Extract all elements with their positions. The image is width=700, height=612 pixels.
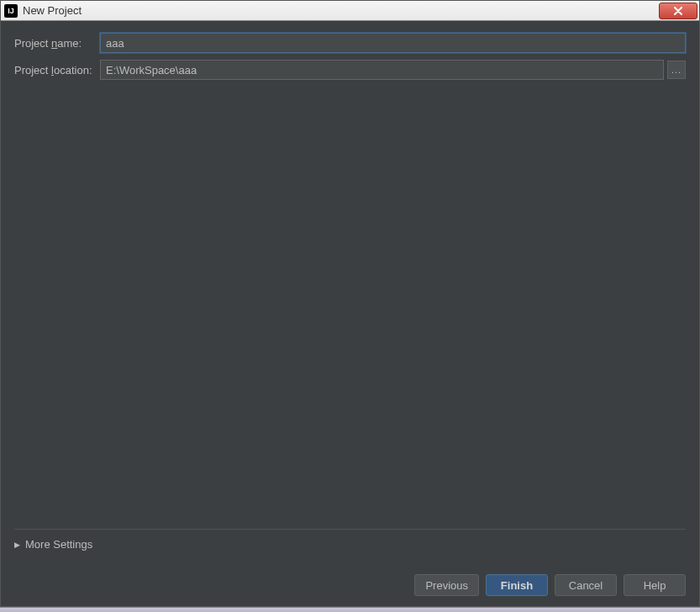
more-settings-label: More Settings bbox=[25, 538, 92, 551]
project-location-input[interactable] bbox=[100, 60, 664, 80]
more-settings-toggle[interactable]: ▶ More Settings bbox=[14, 538, 686, 551]
window-title: New Project bbox=[23, 4, 659, 17]
help-button[interactable]: Help bbox=[624, 574, 686, 596]
content-spacer bbox=[14, 87, 686, 522]
button-bar: Previous Finish Cancel Help bbox=[1, 566, 699, 606]
project-name-label: Project name: bbox=[14, 37, 100, 50]
app-icon: IJ bbox=[4, 4, 18, 18]
dialog-content: Project name: Project location: ... ▶ Mo… bbox=[1, 21, 699, 566]
project-location-label: Project location: bbox=[14, 64, 100, 76]
finish-button[interactable]: Finish bbox=[486, 574, 548, 596]
new-project-dialog: IJ New Project Project name: Project loc… bbox=[0, 0, 700, 607]
close-icon[interactable] bbox=[659, 3, 697, 19]
project-name-row: Project name: bbox=[14, 33, 686, 53]
project-location-row: Project location: ... bbox=[14, 60, 686, 80]
taskbar-edge bbox=[0, 607, 700, 612]
browse-location-button[interactable]: ... bbox=[667, 61, 686, 79]
titlebar[interactable]: IJ New Project bbox=[1, 1, 699, 21]
chevron-right-icon: ▶ bbox=[14, 541, 20, 549]
project-name-input[interactable] bbox=[100, 33, 686, 53]
cancel-button[interactable]: Cancel bbox=[555, 574, 617, 596]
more-settings-section: ▶ More Settings bbox=[14, 529, 686, 557]
previous-button[interactable]: Previous bbox=[414, 574, 479, 596]
